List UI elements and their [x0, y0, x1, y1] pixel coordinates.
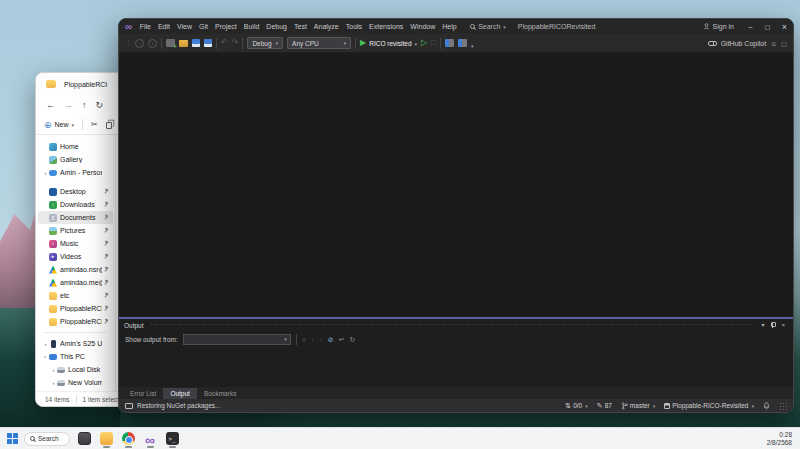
sidebar-item[interactable]: PloppableRCI — [38, 302, 113, 315]
start-button[interactable] — [7, 433, 18, 444]
maximize-button[interactable] — [759, 19, 776, 34]
chrome-icon[interactable] — [120, 430, 136, 448]
forward-button[interactable]: → — [64, 100, 73, 110]
menu-item[interactable]: Test — [291, 23, 311, 30]
menu-item[interactable]: View — [173, 23, 195, 30]
sidebar-item[interactable]: Videos — [38, 250, 113, 263]
word-wrap-icon[interactable]: ↵ — [339, 336, 345, 343]
solution-configuration-dropdown[interactable]: Debug — [247, 37, 283, 49]
visual-studio-icon[interactable]: ∞ — [142, 430, 158, 448]
menu-item[interactable]: Extensions — [366, 23, 407, 30]
sidebar-item[interactable]: Music — [38, 237, 113, 250]
prev-message-icon[interactable]: ↑ — [311, 336, 315, 343]
pending-changes-button[interactable]: ✎ 87 — [597, 402, 612, 409]
cut-icon[interactable] — [91, 120, 98, 129]
menu-item[interactable]: Analyze — [310, 23, 342, 30]
undo-icon[interactable]: ↶ — [221, 39, 228, 47]
sidebar-item[interactable]: Desktop — [38, 185, 113, 198]
back-button[interactable]: ← — [46, 100, 55, 110]
panel-tab[interactable]: Bookmarks — [197, 388, 244, 399]
branch-selector-button[interactable]: master — [621, 402, 655, 410]
sidebar-item[interactable]: Home — [38, 140, 113, 153]
toolbar-grip[interactable]: ⋮ — [125, 39, 131, 47]
chat-icon[interactable] — [781, 40, 787, 47]
sidebar-item[interactable]: amindao.nsr@gm — [38, 263, 113, 276]
up-button[interactable]: ↑ — [82, 100, 87, 110]
drag-texture[interactable] — [150, 323, 753, 327]
sidebar-item[interactable]: PloppableRCI — [38, 315, 113, 328]
file-explorer-icon[interactable] — [98, 430, 114, 448]
navigate-back-button[interactable]: ‹ — [135, 39, 144, 48]
menu-item[interactable]: Debug — [263, 23, 291, 30]
vs-window-title: PloppableRICORevisited — [518, 23, 595, 30]
redo-icon[interactable]: ↷ — [232, 39, 239, 47]
sidebar-item[interactable]: Amin's S25 Ultra — [38, 337, 113, 350]
copy-icon[interactable] — [106, 122, 112, 129]
git-sync-button[interactable]: ⇅ 0/0 — [565, 402, 587, 409]
clear-all-icon[interactable]: ⊘ — [328, 336, 334, 343]
sidebar-item[interactable]: Documents — [38, 211, 113, 224]
sidebar-item[interactable]: Gallery — [38, 153, 113, 166]
close-button[interactable] — [776, 19, 793, 34]
output-source-dropdown[interactable] — [183, 334, 291, 345]
sidebar-item[interactable]: amindao.me@gm — [38, 276, 113, 289]
sign-in-button[interactable]: Sign in — [703, 23, 734, 30]
properties-window-icon[interactable] — [458, 39, 467, 47]
output-panel-header[interactable]: Output ▾ × — [119, 319, 793, 331]
menu-item[interactable]: Project — [211, 23, 240, 30]
find-message-icon[interactable]: ≡ — [302, 336, 306, 343]
vs-title-bar[interactable]: ∞ File Edit View Git Project Build Debug… — [119, 19, 793, 34]
close-panel-icon[interactable]: × — [778, 322, 788, 328]
refresh-button[interactable]: ↻ — [96, 100, 104, 110]
chevron-icon[interactable] — [42, 354, 49, 360]
menu-item[interactable]: Help — [439, 23, 460, 30]
solution-explorer-icon[interactable] — [445, 39, 454, 47]
repository-selector-button[interactable]: Ploppable-RICO-Revisited — [664, 402, 754, 409]
open-file-icon[interactable] — [179, 40, 188, 47]
editor-area[interactable] — [119, 53, 793, 317]
navigate-forward-button[interactable]: › — [148, 39, 157, 48]
next-message-icon[interactable]: ↓ — [319, 336, 323, 343]
start-debugging-button[interactable]: ▶ RICO revisited — [360, 39, 417, 47]
minimize-button[interactable] — [742, 19, 759, 34]
new-project-icon[interactable] — [166, 39, 175, 47]
start-without-debugging-button[interactable]: ▷ — [421, 39, 427, 47]
github-copilot-badge[interactable]: GitHub Copilot — [708, 40, 787, 47]
menu-item[interactable]: Window — [407, 23, 439, 30]
pin-icon[interactable] — [770, 322, 775, 328]
chevron-icon[interactable] — [50, 380, 57, 386]
sidebar-item[interactable]: This PC — [38, 350, 113, 363]
taskbar-clock[interactable]: 0:28 2/8/2568 — [767, 431, 792, 447]
terminal-icon[interactable]: >_ — [164, 430, 180, 448]
sidebar-item[interactable]: etc — [38, 289, 113, 302]
search-box[interactable]: Search — [470, 23, 506, 30]
menu-item[interactable]: Edit — [154, 23, 173, 30]
chevron-icon[interactable] — [42, 341, 49, 347]
save-icon[interactable] — [192, 39, 200, 47]
new-button[interactable]: ⊕ New — [44, 120, 74, 130]
menu-item[interactable]: Tools — [342, 23, 365, 30]
sidebar-item[interactable]: Pictures — [38, 224, 113, 237]
task-view-icon[interactable] — [76, 430, 92, 448]
clock-time: 0:28 — [779, 431, 792, 438]
chevron-icon[interactable] — [42, 170, 49, 176]
notifications-bell-icon[interactable] — [763, 402, 770, 410]
feedback-icon[interactable] — [770, 40, 777, 47]
sidebar-item[interactable]: New Volume (D:) — [38, 376, 113, 389]
menu-item[interactable]: Git — [196, 23, 212, 30]
solution-platform-dropdown[interactable]: Any CPU — [287, 37, 351, 49]
menu-item[interactable]: Build — [240, 23, 263, 30]
settings-icon[interactable]: ↻ — [350, 336, 356, 343]
toolbar-overflow-icon[interactable] — [471, 34, 474, 52]
panel-tab[interactable]: Output — [163, 388, 197, 399]
taskbar-search[interactable]: Search — [24, 432, 70, 446]
sidebar-item[interactable]: Downloads — [38, 198, 113, 211]
resize-grip[interactable] — [779, 402, 787, 410]
save-all-icon[interactable] — [204, 39, 212, 47]
panel-tab[interactable]: Error List — [123, 388, 163, 399]
sidebar-item[interactable]: Local Disk (C:) — [38, 363, 113, 376]
collapse-panel-icon[interactable]: ▾ — [758, 322, 767, 328]
chevron-icon[interactable] — [50, 367, 57, 373]
sidebar-item[interactable]: Amin - Personal — [38, 166, 113, 179]
menu-item[interactable]: File — [136, 23, 154, 30]
